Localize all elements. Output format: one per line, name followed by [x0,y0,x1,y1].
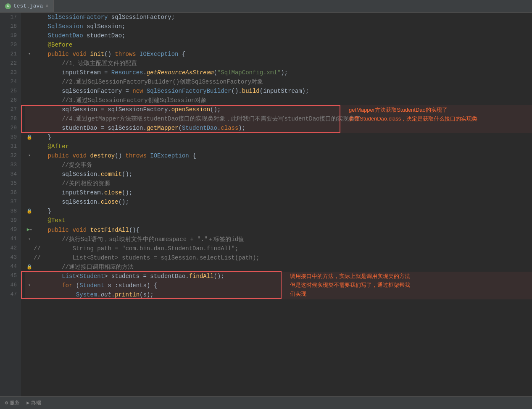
tab-test-java[interactable]: G test.java × [0,0,54,12]
line-text-25: sqlSessionFactory = new SqlSessionFactor… [34,87,532,96]
code-line-40: ▶▾ public void testFindAll(){ [25,225,532,235]
tab-bar: G test.java × [0,0,532,13]
code-line-17: SqlSessionFactory sqlSessionFactory; [25,13,532,22]
code-content-area[interactable]: getMapper方法获取StudentDao的实现了 参数StudenDao.… [21,13,532,396]
code-line-39: @Test [25,216,532,225]
code-line-24: //2.通过SqlSessionFactoryBuilder()创建SqlSes… [25,77,532,87]
code-editor: 1718192021222324252627282930313233343536… [0,13,532,396]
line-text-35: //关闭相应的资源 [34,179,532,188]
line-num-29: 29 [3,123,17,133]
gutter-21: ▾ [25,50,34,59]
line-text-23: inputStream = Resources.getResourceAsStr… [34,68,532,77]
code-line-35: //关闭相应的资源 [25,179,532,188]
tab-close-button[interactable]: × [45,3,48,9]
gutter-41: ▾ [25,235,34,244]
line-num-45: 45 [3,271,17,281]
line-text-47: System.out.println(s); [34,290,532,299]
line-numbers-gutter: 1718192021222324252627282930313233343536… [0,13,21,396]
line-text-21: public void init() throws IOException { [34,50,532,59]
line-text-44: //通过接口调用相应的方法 [34,262,532,272]
line-text-22: //1、读取主配置文件的配置 [34,59,532,68]
line-num-33: 33 [3,160,17,170]
code-line-21: ▾ public void init() throws IOException … [25,50,532,59]
line-num-19: 19 [3,31,17,40]
line-num-41: 41 [3,234,17,244]
status-terminal[interactable]: ▶ 终端 [26,399,41,406]
line-text-30: } [34,133,532,142]
line-text-42: // String path = "com.bin.dao.StudentDao… [34,244,532,253]
line-num-40: 40 [3,225,17,234]
line-num-39: 39 [3,216,17,225]
line-num-25: 25 [3,87,17,96]
callout-getmapper: getMapper方法获取StudentDao的实现了 参数StudenDao.… [349,106,477,123]
line-text-34: sqlSession.commit(); [34,170,532,179]
line-num-34: 34 [3,170,17,179]
line-text-45: List<Student> students = studentDao.find… [34,272,532,281]
line-num-23: 23 [3,68,17,77]
gutter-40: ▶▾ [25,225,34,235]
terminal-label: 终端 [31,399,41,406]
tab-label: test.java [13,3,43,9]
line-num-30: 30 [3,133,17,142]
line-text-36: inputStream.close(); [34,188,532,197]
status-service[interactable]: ⚙ 服务 [5,399,20,406]
code-line-30: 🔒 } [25,133,532,142]
line-num-44: 44 [3,262,17,271]
code-line-44: 🔒 //通过接口调用相应的方法 [25,262,532,272]
code-line-41: ▾ //执行Sql语句，sql映射文件中的namespace + "."＋标签的… [25,235,532,244]
line-text-31: @After [34,142,532,151]
line-text-18: SqlSession sqlSession; [34,22,532,31]
line-num-32: 32 [3,151,17,160]
line-num-38: 38 [3,207,17,216]
tab-file-icon: G [5,3,11,9]
line-text-41: //执行Sql语句，sql映射文件中的namespace + "."＋标签的id… [34,235,532,244]
code-line-45: List<Student> students = studentDao.find… [25,272,532,281]
line-num-20: 20 [3,40,17,50]
line-num-35: 35 [3,179,17,188]
code-line-46: ▾ for (Student s :students) { [25,281,532,290]
line-text-19: StudentDao studentDao; [34,31,532,40]
line-text-32: public void destroy() throws IOException… [34,151,532,160]
gutter-32: ▾ [25,151,34,160]
code-line-20: @Before [25,40,532,50]
code-line-31: @After [25,142,532,151]
line-num-46: 46 [3,281,17,290]
terminal-icon: ▶ [26,400,29,406]
gutter-30: 🔒 [25,133,34,142]
code-line-18: SqlSession sqlSession; [25,22,532,31]
line-num-31: 31 [3,142,17,151]
code-line-26: //3.通过SqlSessionFactory创建SqlSession对象 [25,96,532,105]
gutter-38: 🔒 [25,207,34,216]
code-line-33: //提交事务 [25,160,532,170]
line-text-26: //3.通过SqlSessionFactory创建SqlSession对象 [34,96,532,105]
line-text-38: } [34,207,532,216]
code-line-42: // String path = "com.bin.dao.StudentDao… [25,244,532,253]
code-line-34: sqlSession.commit(); [25,170,532,179]
line-text-33: //提交事务 [34,160,532,170]
gutter-46: ▾ [25,281,34,290]
line-text-29: studentDao = sqlSession.getMapper(Studen… [34,123,532,133]
code-line-22: //1、读取主配置文件的配置 [25,59,532,68]
line-num-37: 37 [3,197,17,207]
line-num-47: 47 [3,290,17,299]
line-num-22: 22 [3,59,17,68]
code-line-19: StudentDao studentDao; [25,31,532,40]
service-label: 服务 [10,399,20,406]
code-line-25: sqlSessionFactory = new SqlSessionFactor… [25,87,532,96]
line-text-39: @Test [34,216,532,225]
line-num-27: 27 [3,105,17,114]
code-line-36: inputStream.close(); [25,188,532,197]
code-line-37: sqlSession.close(); [25,197,532,207]
line-text-24: //2.通过SqlSessionFactoryBuilder()创建SqlSes… [34,77,532,87]
line-num-28: 28 [3,114,17,123]
code-line-23: inputStream = Resources.getResourceAsStr… [25,68,532,77]
line-text-43: // List<Student> students = sqlSession.s… [34,253,532,262]
line-num-26: 26 [3,96,17,105]
line-num-42: 42 [3,244,17,253]
line-text-40: public void testFindAll(){ [34,225,532,235]
callout-interface-method: 调用接口中的方法，实际上就是调用实现类的方法 但是这时候实现类不需要我们写了，通… [290,272,410,298]
gutter-44: 🔒 [25,262,34,272]
line-num-43: 43 [3,253,17,262]
code-line-43: // List<Student> students = sqlSession.s… [25,253,532,262]
line-num-24: 24 [3,77,17,87]
